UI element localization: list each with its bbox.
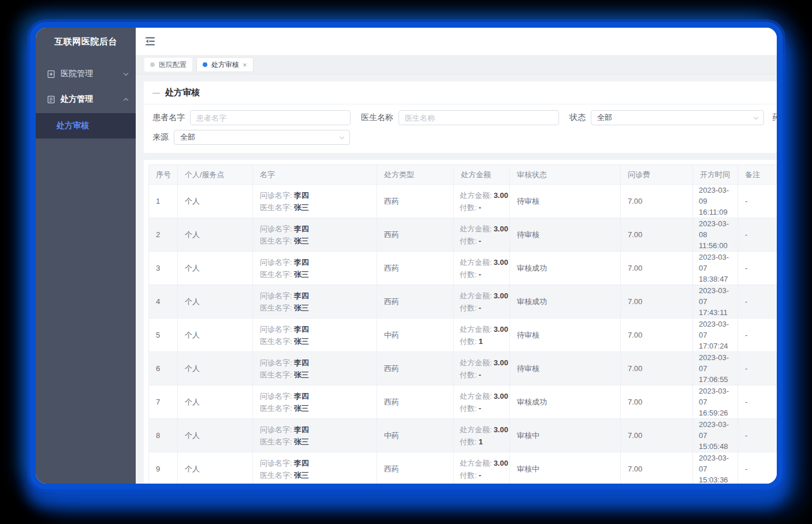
cell-fee: 7.00: [621, 385, 693, 419]
main-area: 医院配置 处方审核 × — 处方审核 患者名字: [136, 28, 777, 484]
cell-fee: 7.00: [621, 285, 693, 319]
cell-date: 2023-03-0717:06:55: [693, 352, 738, 385]
cell-remark: -: [738, 352, 777, 385]
tab-bar: 医院配置 处方审核 ×: [136, 55, 777, 74]
cell-status: 审核成功: [510, 285, 621, 319]
cell-status: 待审核: [510, 352, 621, 385]
cell-amount: 处方金额:3.00 付数:-: [454, 352, 510, 385]
sidebar-item-prescription-management[interactable]: 处方管理: [36, 88, 136, 111]
cell-type: 个人: [178, 185, 253, 218]
cell-type: 个人: [178, 319, 253, 352]
cell-no: 1: [149, 185, 178, 218]
patient-name-input[interactable]: [190, 110, 351, 125]
cell-no: 3: [149, 252, 178, 285]
source-select-value: 全部: [180, 132, 195, 143]
table-row: 5 个人 问诊名字:李四 医生名字:张三 中药 处方金额:3.00 付数:1 待…: [149, 319, 777, 352]
filter-form: 患者名字 医生名称 状态 全部 药店: [144, 104, 777, 153]
panel-title-row: — 处方审核: [144, 81, 777, 104]
cell-status: 待审核: [510, 319, 621, 352]
table-row: 2 个人 问诊名字:李四 医生名字:张三 西药 处方金额:3.00 付数:- 待…: [149, 218, 777, 252]
cell-fee: 7.00: [621, 352, 693, 385]
source-label: 来源: [152, 132, 169, 143]
tab-label: 处方审核: [211, 60, 239, 70]
col-header-no: 序号: [149, 165, 178, 185]
cell-remark: -: [738, 385, 777, 419]
cell-amount: 处方金额:3.00 付数:1: [454, 319, 510, 352]
table-row: 1 个人 问诊名字:李四 医生名字:张三 西药 处方金额:3.00 付数:- 待…: [149, 185, 777, 218]
cell-rx-type: 西药: [377, 185, 454, 218]
menu-fold-icon[interactable]: [144, 35, 157, 48]
cell-date: 2023-03-0715:03:36: [693, 452, 738, 484]
sidebar-item-label: 医院管理: [61, 69, 124, 79]
cell-rx-type: 中药: [377, 419, 454, 452]
cell-status: 审核成功: [510, 385, 621, 419]
col-header-amount: 处方金额: [454, 165, 510, 185]
col-header-date: 开方时间: [693, 165, 738, 185]
chevron-down-icon: [754, 114, 758, 119]
cell-type: 个人: [178, 285, 253, 319]
close-icon[interactable]: ×: [243, 61, 247, 69]
cell-amount: 处方金额:3.00 付数:-: [454, 185, 510, 218]
filter-row-1: 患者名字 医生名称 状态 全部 药店: [152, 110, 777, 125]
cell-no: 9: [149, 452, 178, 484]
table-row: 6 个人 问诊名字:李四 医生名字:张三 西药 处方金额:3.00 付数:- 待…: [149, 352, 777, 385]
cell-type: 个人: [178, 218, 253, 252]
sidebar-menu: 医院管理 处方管理 处方审核: [36, 55, 136, 139]
cell-amount: 处方金额:3.00 付数:-: [454, 385, 510, 419]
cell-name: 问诊名字:李四 医生名字:张三: [253, 252, 377, 285]
tab-hospital-config[interactable]: 医院配置: [144, 57, 193, 72]
col-header-status: 审核状态: [510, 165, 621, 185]
cell-rx-type: 中药: [377, 319, 454, 352]
status-select-value: 全部: [597, 113, 612, 123]
cell-remark: -: [738, 285, 777, 319]
prescription-table: 序号 个人/服务点 名字 处方类型 处方金额 审核状态 问诊费 开方时间 备注: [148, 164, 777, 484]
table-row: 7 个人 问诊名字:李四 医生名字:张三 西药 处方金额:3.00 付数:- 审…: [149, 385, 777, 419]
cell-amount: 处方金额:3.00 付数:-: [454, 252, 510, 285]
hospital-management-icon: [47, 70, 55, 78]
cell-date: 2023-03-0811:56:00: [693, 218, 738, 252]
cell-type: 个人: [178, 252, 253, 285]
sidebar-item-hospital-management[interactable]: 医院管理: [36, 62, 136, 85]
cell-type: 个人: [178, 385, 253, 419]
cell-rx-type: 西药: [377, 352, 454, 385]
cell-fee: 7.00: [621, 452, 693, 484]
cell-date: 2023-03-0716:59:26: [693, 385, 738, 419]
cell-name: 问诊名字:李四 医生名字:张三: [253, 285, 377, 319]
doctor-name-input[interactable]: [398, 110, 559, 125]
cell-status: 审核中: [510, 419, 621, 452]
cell-amount: 处方金额:3.00 付数:1: [454, 419, 510, 452]
cell-type: 个人: [178, 419, 253, 452]
cell-rx-type: 西药: [377, 452, 454, 484]
status-select[interactable]: 全部: [591, 110, 764, 125]
table-body: 1 个人 问诊名字:李四 医生名字:张三 西药 处方金额:3.00 付数:- 待…: [149, 185, 777, 484]
cell-name: 问诊名字:李四 医生名字:张三: [253, 218, 377, 252]
table-row: 9 个人 问诊名字:李四 医生名字:张三 西药 处方金额:3.00 付数:- 审…: [149, 452, 777, 484]
cell-rx-type: 西药: [377, 252, 454, 285]
col-header-remark: 备注: [738, 165, 777, 185]
table-row: 3 个人 问诊名字:李四 医生名字:张三 西药 处方金额:3.00 付数:- 审…: [149, 252, 777, 285]
cell-status: 待审核: [510, 185, 621, 218]
cell-no: 8: [149, 419, 178, 452]
source-select[interactable]: 全部: [174, 130, 350, 145]
sidebar-item-prescription-review[interactable]: 处方审核: [36, 113, 136, 139]
table-panel: 序号 个人/服务点 名字 处方类型 处方金额 审核状态 问诊费 开方时间 备注: [144, 160, 777, 484]
cell-rx-type: 西药: [377, 285, 454, 319]
cell-date: 2023-03-0717:43:11: [693, 285, 738, 319]
col-header-rxtype: 处方类型: [377, 165, 454, 185]
cell-rx-type: 西药: [377, 218, 454, 252]
cell-no: 6: [149, 352, 178, 385]
sidebar-submenu: 处方审核: [36, 113, 136, 139]
cell-type: 个人: [178, 452, 253, 484]
table-header: 序号 个人/服务点 名字 处方类型 处方金额 审核状态 问诊费 开方时间 备注: [149, 165, 777, 185]
cell-amount: 处方金额:3.00 付数:-: [454, 285, 510, 319]
cell-name: 问诊名字:李四 医生名字:张三: [253, 352, 377, 385]
page-content: — 处方审核 患者名字 医生名称 状态 全部: [136, 74, 777, 484]
cell-date: 2023-03-0916:11:09: [693, 185, 738, 218]
chevron-down-icon: [124, 70, 128, 75]
col-header-type: 个人/服务点: [178, 165, 253, 185]
screen-canvas: 互联网医院后台 医院管理: [0, 0, 812, 524]
cell-name: 问诊名字:李四 医生名字:张三: [253, 185, 377, 218]
cell-date: 2023-03-0715:05:48: [693, 419, 738, 452]
tab-dot-icon: [203, 62, 207, 67]
tab-prescription-review[interactable]: 处方审核 ×: [196, 57, 254, 72]
